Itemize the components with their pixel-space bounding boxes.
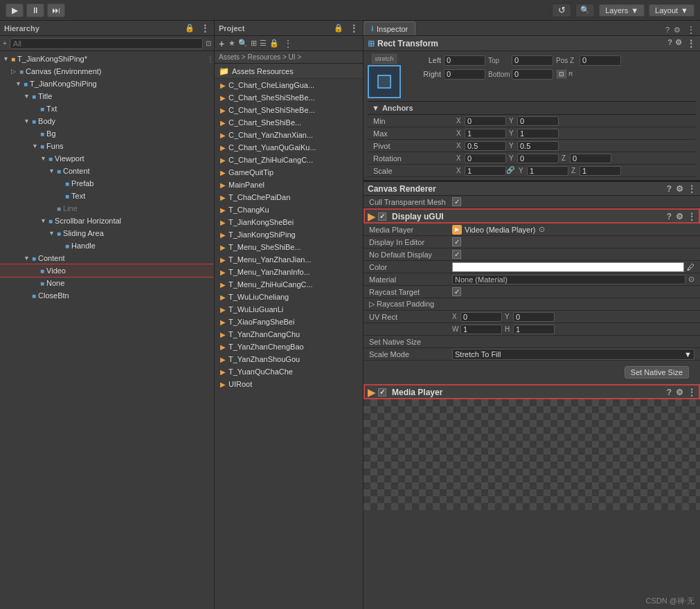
asset-item[interactable]: ▶C_Chart_ZhiHuiCangC... (215, 154, 363, 166)
play-button[interactable]: ▶ (6, 3, 24, 17)
stretch-box[interactable] (368, 65, 401, 98)
scale-z-input[interactable] (580, 166, 621, 176)
asset-item[interactable]: ▶T_Menu_YanZhanInfo... (215, 266, 363, 278)
tree-item-txt[interactable]: ■ Txt (0, 102, 214, 115)
left-input[interactable] (444, 55, 485, 66)
mp-settings-icon[interactable]: ⚙ (676, 388, 683, 397)
material-field[interactable]: None (Material) (452, 275, 685, 284)
hierarchy-menu-icon[interactable]: ⋮ (200, 23, 210, 34)
hierarchy-filter-icon[interactable]: ⊡ (206, 39, 211, 47)
search-button[interactable]: 🔍 (575, 3, 595, 17)
max-y-input[interactable] (517, 129, 559, 138)
asset-item[interactable]: ▶T_ChaChePaiDan (215, 191, 363, 203)
dgui-menu-icon[interactable]: ⋮ (688, 212, 696, 221)
dgui-settings-icon[interactable]: ⚙ (676, 212, 683, 221)
media-ref-icon[interactable]: ▶ (452, 225, 462, 235)
r-button[interactable]: R (568, 71, 573, 78)
top-input[interactable] (512, 55, 553, 66)
asset-item[interactable]: ▶T_JianKongShiPing (215, 228, 363, 241)
rot-x-input[interactable] (465, 154, 506, 163)
layers-dropdown[interactable]: Layers ▼ (599, 4, 645, 17)
rt-settings-icon[interactable]: ⚙ (675, 38, 682, 49)
rot-z-input[interactable] (570, 154, 611, 163)
asset-item[interactable]: ▶MainPanel (215, 179, 363, 191)
uv-x-input[interactable] (460, 312, 502, 322)
asset-item[interactable]: ▶T_Menu_ZhiHuiCangC... (215, 278, 363, 291)
tree-item-handle[interactable]: ■ Handle (0, 239, 214, 252)
asset-item[interactable]: ▶C_Chart_CheLiangGua... (215, 79, 363, 91)
hierarchy-add-btn[interactable]: + (3, 39, 7, 47)
asset-item[interactable]: ▶C_Chart_YanZhanXian... (215, 129, 363, 141)
set-native-size-button[interactable]: Set Native Size (625, 366, 689, 379)
asset-item[interactable]: ▶C_Chart_SheShiSheBe... (215, 91, 363, 104)
rot-y-input[interactable] (517, 154, 559, 163)
inspector-help-icon[interactable]: ? (665, 26, 670, 34)
media-player-pick-btn[interactable]: ⊙ (539, 225, 545, 234)
undo-button[interactable]: ↺ (552, 3, 571, 17)
hierarchy-search-input[interactable] (10, 38, 203, 49)
media-player-enabled-checkbox[interactable]: ✓ (378, 388, 386, 397)
bottom-input[interactable] (512, 69, 553, 80)
blueprint-icon[interactable]: ⊡ (556, 69, 567, 79)
asset-item[interactable]: ▶T_WuLiuGuanLi (215, 303, 363, 316)
project-star-btn[interactable]: ★ (228, 39, 235, 48)
scale-y-input[interactable] (527, 166, 568, 176)
asset-item[interactable]: ▶GameQuitTip (215, 166, 363, 179)
project-filter-btn[interactable]: ☰ (260, 39, 267, 48)
color-eyedropper-icon[interactable]: 🖊 (687, 263, 694, 271)
posz-input[interactable] (580, 55, 621, 66)
pivot-x-input[interactable] (465, 141, 506, 151)
mp-help-icon[interactable]: ? (667, 388, 672, 397)
tree-item-root[interactable]: ▼ ■ T_JianKongShiPing* ⋮ (0, 53, 214, 65)
asset-item[interactable]: ▶C_Chart_SheShiSheBe... (215, 104, 363, 116)
hierarchy-lock-icon[interactable]: 🔒 (185, 24, 195, 33)
tree-item-viewport[interactable]: ▼ ■ Viewport (0, 152, 214, 165)
inspector-menu-icon[interactable]: ⋮ (686, 24, 696, 35)
scale-mode-dropdown[interactable]: Stretch To Fill ▼ (452, 349, 694, 360)
asset-item[interactable]: ▶UIRoot (215, 378, 363, 390)
asset-item[interactable]: ▶C_Chart_YuanQuGaiKu... (215, 141, 363, 154)
uv-w-input[interactable] (460, 325, 502, 334)
pause-button[interactable]: ⏸ (26, 3, 44, 17)
tree-item-content-inner[interactable]: ▼ ■ Content (0, 165, 214, 177)
comp-help-icon[interactable]: ? (667, 184, 672, 194)
color-picker[interactable] (452, 262, 684, 272)
rt-menu-icon[interactable]: ⋮ (686, 38, 696, 49)
inspector-tab[interactable]: ℹ Inspector (364, 21, 415, 35)
asset-item[interactable]: ▶T_YanZhanShouGou (215, 353, 363, 365)
asset-item[interactable]: ▶T_XiaoFangSheBei (215, 316, 363, 328)
project-add-btn[interactable]: + (219, 38, 224, 49)
min-x-input[interactable] (465, 116, 506, 126)
uv-h-input[interactable] (513, 325, 555, 334)
tree-item-menu[interactable]: ⋮ (207, 55, 214, 63)
mp-menu-icon[interactable]: ⋮ (688, 388, 696, 397)
asset-item[interactable]: ▶T_YanZhanChengBao (215, 340, 363, 353)
project-search-btn[interactable]: 🔍 (238, 39, 248, 48)
tree-item-video[interactable]: ■ Video (0, 264, 214, 277)
display-in-editor-checkbox[interactable]: ✓ (452, 237, 461, 246)
tree-item-body[interactable]: ▼ ■ Body (0, 115, 214, 127)
asset-item[interactable]: ▶T_ChangKu (215, 203, 363, 216)
tree-item-closebtn[interactable]: ■ CloseBtn (0, 289, 214, 302)
tree-item-funs[interactable]: ▼ ■ Funs (0, 140, 214, 152)
comp-menu-icon[interactable]: ⋮ (688, 184, 696, 194)
tree-item-title[interactable]: ▼ ■ Title (0, 90, 214, 102)
asset-item[interactable]: ▶T_WuLiuCheliang (215, 291, 363, 303)
project-grid-btn[interactable]: ⊞ (251, 39, 257, 48)
project-lock-icon[interactable]: 🔒 (334, 24, 343, 33)
tree-item-prefab[interactable]: ■ Prefab (0, 177, 214, 190)
display-ugui-enabled-checkbox[interactable]: ✓ (378, 212, 386, 221)
pivot-y-input[interactable] (517, 141, 559, 151)
tree-item-content-outer[interactable]: ▼ ■ Content (0, 252, 214, 264)
project-lock2-btn[interactable]: 🔒 (269, 39, 279, 48)
tree-item-sliding-area[interactable]: ▼ ■ Sliding Area (0, 227, 214, 239)
anchors-header[interactable]: ▼ Anchors (368, 101, 696, 115)
tree-item-text[interactable]: ■ Text (0, 190, 214, 202)
rt-help-icon[interactable]: ? (667, 38, 672, 49)
tree-item-none[interactable]: ■ None (0, 277, 214, 289)
uv-y-input[interactable] (513, 312, 555, 322)
dgui-help-icon[interactable]: ? (667, 212, 672, 221)
tree-item-scrollbar[interactable]: ▼ ■ Scrollbar Horizontal (0, 215, 214, 227)
max-x-input[interactable] (465, 129, 506, 138)
material-pick-btn[interactable]: ⊙ (688, 275, 694, 284)
